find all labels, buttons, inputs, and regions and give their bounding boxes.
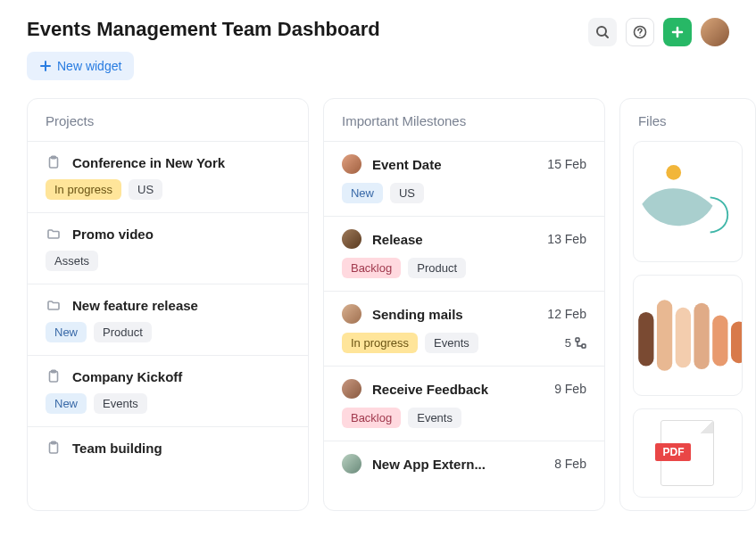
svg-rect-21 bbox=[712, 316, 727, 367]
assignee-avatar bbox=[342, 454, 361, 474]
milestone-date: 9 Feb bbox=[554, 382, 586, 396]
svg-line-3 bbox=[605, 35, 608, 37]
svg-point-16 bbox=[666, 165, 681, 180]
svg-rect-22 bbox=[731, 321, 742, 363]
milestone-title: Sending mails bbox=[372, 307, 536, 322]
tag: New bbox=[342, 183, 383, 203]
project-title: Team building bbox=[72, 441, 290, 456]
plus-icon bbox=[39, 60, 52, 72]
project-item[interactable]: Company Kickoff NewEvents bbox=[28, 355, 308, 426]
file-thumbnail[interactable] bbox=[633, 275, 743, 396]
milestone-title: Receive Feedback bbox=[372, 382, 544, 397]
milestone-date: 12 Feb bbox=[547, 307, 586, 321]
milestone-item[interactable]: Sending mails 12 Feb In progressEvents5 bbox=[324, 291, 604, 366]
pdf-label: PDF bbox=[655, 443, 691, 461]
help-button[interactable] bbox=[626, 18, 654, 46]
milestone-item[interactable]: Receive Feedback 9 Feb BacklogEvents bbox=[324, 366, 604, 441]
tag: US bbox=[390, 183, 424, 203]
assignee-avatar bbox=[342, 304, 361, 324]
clipboard-icon bbox=[46, 440, 62, 456]
widget-milestones: Important Milestones Event Date 15 Feb N… bbox=[323, 98, 605, 511]
tag: Product bbox=[408, 258, 466, 278]
milestone-title: New App Extern... bbox=[372, 457, 544, 472]
tag: Backlog bbox=[342, 258, 401, 278]
page-title: Events Management Team Dashboard bbox=[27, 18, 380, 41]
project-item[interactable]: Conference in New York In progressUS bbox=[28, 141, 308, 212]
folder-icon bbox=[46, 297, 62, 313]
milestone-item[interactable]: Release 13 Feb BacklogProduct bbox=[324, 216, 604, 291]
widget-projects-title: Projects bbox=[28, 99, 308, 141]
file-thumbnail[interactable] bbox=[633, 141, 743, 262]
tag: US bbox=[129, 179, 162, 200]
project-item[interactable]: Promo video Assets bbox=[28, 212, 308, 284]
milestone-item[interactable]: New App Extern... 8 Feb bbox=[324, 441, 604, 486]
tag: Assets bbox=[46, 251, 98, 271]
project-item[interactable]: New feature release NewProduct bbox=[28, 284, 308, 355]
widget-files-title: Files bbox=[620, 99, 755, 141]
tag: In progress bbox=[342, 333, 418, 353]
assignee-avatar bbox=[342, 229, 361, 249]
subtask-icon bbox=[575, 337, 586, 349]
milestone-title: Release bbox=[372, 232, 536, 247]
svg-point-5 bbox=[639, 35, 640, 36]
project-title: Promo video bbox=[72, 227, 290, 242]
tag: Events bbox=[94, 393, 147, 414]
tag: Backlog bbox=[342, 408, 401, 428]
user-avatar[interactable] bbox=[701, 18, 729, 46]
tag: New bbox=[46, 322, 87, 342]
new-widget-button[interactable]: New widget bbox=[27, 52, 134, 80]
svg-rect-17 bbox=[638, 312, 653, 367]
subtask-count: 5 bbox=[565, 336, 586, 350]
search-icon bbox=[595, 25, 610, 39]
help-icon bbox=[633, 25, 647, 39]
project-title: Company Kickoff bbox=[72, 369, 290, 384]
add-button[interactable] bbox=[663, 18, 692, 46]
project-item[interactable]: Team building bbox=[28, 426, 308, 468]
svg-rect-18 bbox=[657, 300, 672, 371]
assignee-avatar bbox=[342, 154, 361, 174]
svg-rect-20 bbox=[694, 303, 709, 369]
tag: In progress bbox=[46, 179, 121, 200]
svg-rect-19 bbox=[676, 308, 691, 367]
milestone-date: 13 Feb bbox=[547, 232, 586, 246]
widget-files: Files bbox=[619, 98, 756, 511]
plus-icon bbox=[671, 26, 684, 38]
project-title: New feature release bbox=[72, 298, 290, 313]
widget-milestones-title: Important Milestones bbox=[324, 99, 604, 141]
milestone-item[interactable]: Event Date 15 Feb NewUS bbox=[324, 141, 604, 216]
new-widget-label: New widget bbox=[57, 59, 121, 73]
tag: Product bbox=[94, 322, 152, 342]
search-button[interactable] bbox=[588, 18, 617, 46]
tag: Events bbox=[408, 408, 461, 428]
tag: New bbox=[46, 393, 87, 414]
tag: Events bbox=[425, 333, 478, 353]
clipboard-icon bbox=[46, 154, 62, 170]
file-thumbnail[interactable]: PDF bbox=[633, 408, 743, 498]
assignee-avatar bbox=[342, 379, 361, 399]
widget-projects: Projects Conference in New York In progr… bbox=[27, 98, 309, 511]
milestone-date: 8 Feb bbox=[554, 457, 586, 471]
folder-icon bbox=[46, 226, 62, 242]
project-title: Conference in New York bbox=[72, 155, 290, 170]
milestone-title: Event Date bbox=[372, 157, 536, 172]
milestone-date: 15 Feb bbox=[547, 157, 586, 171]
pdf-icon: PDF bbox=[660, 420, 714, 486]
clipboard-icon bbox=[46, 368, 62, 384]
